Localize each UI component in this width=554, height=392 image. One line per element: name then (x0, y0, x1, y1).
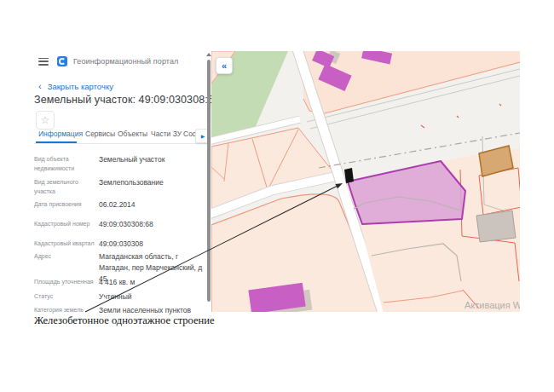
collapse-panel-button[interactable]: « (216, 57, 233, 74)
field-value: 06.02.2014 (99, 199, 208, 210)
field-assign-date: Дата присвоения 06.02.2014 (34, 199, 208, 210)
field-value: Земельный участок (99, 154, 208, 173)
map-viewport[interactable]: « (211, 51, 520, 312)
app-header: Геоинформационный портал (38, 56, 178, 66)
activation-watermark: Активация W (465, 300, 520, 310)
close-card-label: Закрыть карточку (48, 82, 113, 91)
tab-services[interactable]: Сервисы (85, 130, 115, 138)
field-value: 49:09:030308 (99, 239, 208, 250)
chevron-right-icon: ▶ (201, 133, 205, 139)
menu-icon[interactable] (38, 58, 49, 66)
field-value: Учтенный (99, 291, 208, 303)
field-label: Площадь уточненная (34, 277, 99, 288)
app-title: Геоинформационный портал (73, 57, 178, 66)
page-title: Земельный участок: 49:09:030308:68 (34, 94, 220, 106)
field-label: Кадастровый номер (34, 219, 99, 230)
active-tab-underline (36, 141, 77, 143)
tab-parts[interactable]: Части ЗУ (151, 130, 182, 138)
field-value: Землепользование (99, 177, 208, 196)
field-object-type: Вид объекта недвижимости Земельный участ… (34, 154, 208, 173)
tab-information[interactable]: Информация (38, 130, 83, 138)
tab-strip: Информация Сервисы Объекты Части ЗУ Сост (34, 127, 208, 144)
back-chevron-icon: ‹ (38, 83, 42, 90)
field-value: 49:09:030308:68 (99, 219, 208, 230)
close-card-link[interactable]: ‹ Закрыть карточку (38, 82, 113, 91)
field-value: 4 416 кв. м (99, 277, 208, 288)
field-label: Статус (34, 291, 99, 303)
field-cadastral-number: Кадастровый номер 49:09:030308:68 (34, 219, 208, 230)
field-area: Площадь уточненная 4 416 кв. м (34, 277, 208, 288)
field-label: Кадастровый квартал (34, 239, 99, 250)
field-label: Вид объекта недвижимости (34, 154, 99, 173)
double-chevron-left-icon: « (222, 61, 227, 71)
field-status: Статус Учтенный (34, 291, 208, 303)
app-logo-icon (57, 56, 67, 66)
annotation-text: Железобетонное одноэтажное строение (34, 314, 214, 327)
field-label: Вид земельного участка (34, 177, 99, 196)
gis-portal-screen: Геоинформационный портал ‹ Закрыть карто… (0, 0, 554, 392)
map-canvas: Активация W (211, 51, 520, 312)
star-icon: ☆ (41, 114, 50, 126)
tab-objects[interactable]: Объекты (118, 130, 147, 138)
building-gray (476, 210, 516, 242)
field-parcel-kind: Вид земельного участка Землепользование (34, 177, 208, 196)
field-cadastral-block: Кадастровый квартал 49:09:030308 (34, 239, 208, 250)
field-label: Дата присвоения (34, 199, 99, 210)
panel-scrollbar[interactable] (207, 60, 211, 302)
